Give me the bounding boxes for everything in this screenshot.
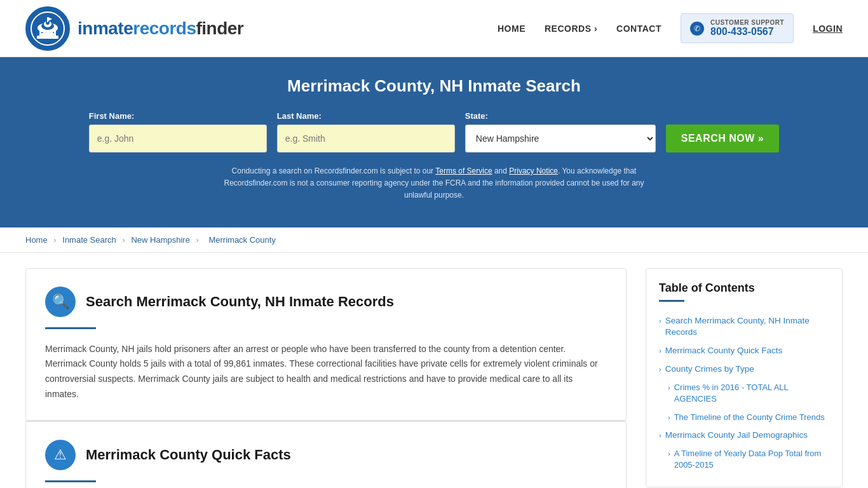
toc-arrow-icon: › [668, 383, 670, 393]
breadcrumb-county: Merrimack County [208, 235, 275, 245]
first-name-label: First Name: [89, 111, 135, 121]
hero-section: Merrimack County, NH Inmate Search First… [0, 57, 868, 227]
section1-card: 🔍 Search Merrimack County, NH Inmate Rec… [25, 268, 627, 421]
section1-header: 🔍 Search Merrimack County, NH Inmate Rec… [45, 287, 607, 317]
support-label: CUSTOMER SUPPORT [710, 19, 784, 26]
state-label: State: [465, 111, 488, 121]
state-group: State: New Hampshire [465, 111, 656, 152]
toc-arrow-icon: › [659, 346, 661, 356]
nav-records[interactable]: RECORDS [545, 24, 597, 34]
toc-arrow-icon: › [659, 316, 661, 326]
section2-header: ⚠ Merrimack County Quick Facts [45, 440, 607, 470]
nav-contact[interactable]: CONTACT [616, 24, 661, 34]
breadcrumb: Home › Inmate Search › New Hampshire › M… [0, 227, 868, 253]
first-name-group: First Name: [89, 111, 267, 152]
hero-title: Merrimack County, NH Inmate Search [25, 76, 843, 96]
last-name-label: Last Name: [277, 111, 322, 121]
toc-arrow-icon: › [659, 431, 661, 440]
section1-body: Merrimack County, NH jails hold prisoner… [45, 342, 607, 402]
terms-link[interactable]: Terms of Service [435, 166, 492, 175]
section2-title: Merrimack County Quick Facts [86, 447, 291, 463]
support-text: CUSTOMER SUPPORT 800-433-0567 [710, 19, 784, 37]
section1-title: Search Merrimack County, NH Inmate Recor… [86, 294, 394, 310]
section2-card: ⚠ Merrimack County Quick Facts [25, 421, 627, 488]
toc-item[interactable]: ›Merrimack County Quick Facts [659, 342, 829, 360]
toc-item[interactable]: ›Crimes % in 2016 - TOTAL ALL AGENCIES [659, 379, 829, 408]
nav-login[interactable]: LOGIN [813, 24, 843, 34]
toc-item[interactable]: ›The Timeline of the County Crime Trends [659, 409, 829, 426]
support-number: 800-433-0567 [710, 26, 784, 37]
search-icon: 🔍 [45, 287, 76, 317]
breadcrumb-sep2: › [122, 235, 127, 245]
toc-item-label: Search Merrimack County, NH Inmate Recor… [665, 315, 829, 339]
toc-item-label: Crimes % in 2016 - TOTAL ALL AGENCIES [674, 382, 829, 405]
last-name-group: Last Name: [277, 111, 455, 152]
phone-icon: ✆ [690, 22, 704, 36]
toc-box: Table of Contents ›Search Merrimack Coun… [646, 268, 843, 487]
toc-item-label: County Crimes by Type [665, 363, 754, 376]
search-button[interactable]: SEARCH NOW » [666, 125, 779, 152]
search-form: First Name: Last Name: State: New Hampsh… [25, 111, 843, 152]
toc-item-label: Merrimack County Jail Demographics [665, 430, 808, 442]
toc-item-label: The Timeline of the County Crime Trends [674, 412, 825, 423]
logo-icon [25, 6, 70, 51]
toc-arrow-icon: › [659, 365, 661, 374]
section1-divider [45, 327, 96, 329]
toc-item[interactable]: ›A Timeline of Yearly Data Pop Total fro… [659, 445, 829, 474]
toc-item[interactable]: ›Search Merrimack County, NH Inmate Reco… [659, 312, 829, 342]
nav-home[interactable]: HOME [498, 24, 526, 34]
toc-title: Table of Contents [659, 281, 829, 295]
main-nav: HOME RECORDS CONTACT ✆ CUSTOMER SUPPORT … [498, 13, 843, 43]
breadcrumb-sep3: › [196, 235, 201, 245]
breadcrumb-state[interactable]: New Hampshire [131, 235, 189, 245]
breadcrumb-home[interactable]: Home [25, 235, 48, 245]
first-name-input[interactable] [89, 125, 267, 152]
logo-text: inmaterecordsfinder [78, 18, 243, 39]
privacy-link[interactable]: Privacy Notice [509, 166, 558, 175]
site-header: inmaterecordsfinder HOME RECORDS CONTACT… [0, 0, 868, 57]
alert-icon: ⚠ [45, 440, 76, 470]
svg-rect-12 [47, 17, 48, 22]
breadcrumb-inmate-search[interactable]: Inmate Search [62, 235, 116, 245]
section2-divider [45, 480, 96, 482]
toc-item-label: A Timeline of Yearly Data Pop Total from… [674, 448, 829, 471]
main-content: 🔍 Search Merrimack County, NH Inmate Rec… [0, 253, 868, 488]
left-column: 🔍 Search Merrimack County, NH Inmate Rec… [25, 268, 646, 488]
customer-support-box: ✆ CUSTOMER SUPPORT 800-433-0567 [681, 13, 794, 43]
logo-area: inmaterecordsfinder [25, 6, 243, 51]
toc-item[interactable]: ›County Crimes by Type [659, 360, 829, 379]
toc-arrow-icon: › [668, 413, 670, 423]
breadcrumb-sep1: › [53, 235, 58, 245]
toc-arrow-icon: › [668, 449, 670, 459]
toc-items-container: ›Search Merrimack County, NH Inmate Reco… [659, 312, 829, 474]
hero-disclaimer: Conducting a search on Recordsfinder.com… [212, 165, 656, 202]
toc-item-label: Merrimack County Quick Facts [665, 345, 783, 357]
svg-rect-2 [39, 33, 56, 36]
state-select[interactable]: New Hampshire [465, 125, 656, 152]
right-column: Table of Contents ›Search Merrimack Coun… [646, 268, 843, 488]
toc-item[interactable]: ›Merrimack County Jail Demographics [659, 426, 829, 445]
toc-divider [659, 300, 684, 302]
last-name-input[interactable] [277, 125, 455, 152]
